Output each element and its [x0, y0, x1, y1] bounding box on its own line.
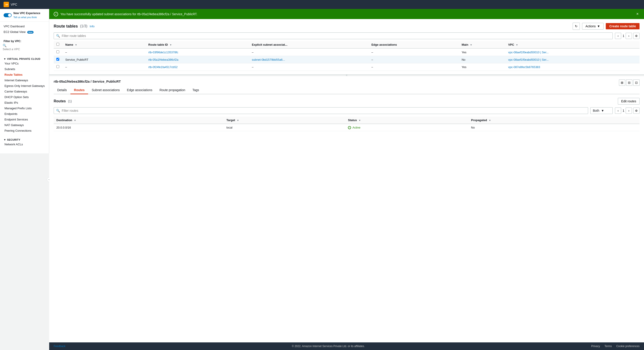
routes-filter-input[interactable]: [62, 109, 586, 112]
row3-vpc-link[interactable]: vpc-087e8fec5b8765383: [508, 65, 540, 69]
create-route-table-button[interactable]: Create route table: [606, 23, 640, 29]
routes-filter-row: 🔍 Both ▼ ‹ 1 › ⚙: [54, 107, 640, 114]
row2-checkbox-cell: [54, 56, 62, 63]
routes-settings-button[interactable]: ⚙: [633, 107, 640, 114]
tab-edge-associations[interactable]: Edge associations: [124, 86, 156, 94]
footer-cookies-link[interactable]: Cookie preferences: [616, 345, 640, 348]
footer-privacy-link[interactable]: Privacy: [591, 345, 600, 348]
sidebar-top-nav: VPC Dashboard EC2 Global View New: [0, 22, 49, 37]
sidebar-item-dhcp-options[interactable]: DHCP Option Sets: [0, 94, 49, 100]
routes-section: Routes (1) Edit routes 🔍 Both: [54, 98, 640, 131]
top-bar: VPC VPC: [0, 0, 644, 9]
sidebar-item-ec2-global-view[interactable]: EC2 Global View New: [0, 29, 49, 35]
th-destination: Destination ▼: [54, 117, 224, 124]
row2-vpc-link[interactable]: vpc-08aef1f0eabd50010 | Ser...: [508, 58, 548, 61]
sidebar-item-elastic-ips[interactable]: Elastic IPs: [0, 100, 49, 105]
vpc-section: ▼ VIRTUAL PRIVATE CLOUD Your VPCs Subnet…: [0, 54, 49, 135]
sidebar-item-nat-gateways[interactable]: NAT Gateways: [0, 122, 49, 128]
table-row[interactable]: – rtb-03f96de1c135378fc – – Yes vpc-08ae…: [54, 48, 640, 56]
row1-checkbox-cell: [54, 48, 62, 56]
full-view-button[interactable]: ⊡: [633, 80, 640, 86]
route-tables-table: Name ▼ Route table ID ▼ Explicit subnet …: [54, 41, 640, 71]
table-settings-button[interactable]: ⚙: [633, 33, 640, 39]
security-section: ▼ SECURITY Network ACLs: [0, 135, 49, 149]
row1-checkbox[interactable]: [56, 50, 59, 53]
route1-destination: 20.0.0.0/16: [54, 124, 224, 131]
panel-header: Route tables (1/3) Info ↻ Actions ▼ Crea…: [54, 23, 640, 30]
th-vpc: VPC ▼: [505, 41, 640, 48]
tab-route-propagation[interactable]: Route propagation: [156, 86, 189, 94]
routes-header: Routes (1) Edit routes: [54, 98, 640, 105]
tab-subnet-associations[interactable]: Subnet associations: [88, 86, 123, 94]
sidebar-item-internet-gateways[interactable]: Internet Gateways: [0, 77, 49, 83]
footer-terms-link[interactable]: Terms: [604, 345, 612, 348]
row1-explicit-subnet: –: [249, 48, 369, 56]
tab-tags[interactable]: Tags: [189, 86, 202, 94]
status-active: ✓ Active: [348, 126, 466, 129]
sidebar-item-endpoint-services[interactable]: Endpoint Services: [0, 117, 49, 122]
sidebar-item-managed-prefix[interactable]: Managed Prefix Lists: [0, 105, 49, 111]
new-vpc-toggle[interactable]: [4, 13, 12, 17]
sidebar-item-egress-gateways[interactable]: Egress Only Internet Gateways: [0, 83, 49, 89]
refresh-icon: ↻: [575, 24, 578, 28]
footer-links: Privacy Terms Cookie preferences: [591, 345, 640, 348]
routes-title: Routes: [54, 99, 66, 103]
routes-title-wrap: Routes (1): [54, 99, 72, 103]
row1-id-link[interactable]: rtb-03f96de1c135378fc: [148, 51, 178, 54]
sidebar-item-endpoints[interactable]: Endpoints: [0, 111, 49, 117]
sort-propagated-icon: ▼: [489, 119, 491, 122]
footer: Feedback © 2022, Amazon Internet Service…: [49, 342, 644, 350]
next-page-button[interactable]: ›: [626, 33, 632, 39]
tab-routes[interactable]: Routes: [70, 86, 88, 94]
table-row[interactable]: Service_PublicRT rtb-05a1f4ebea386cf2a s…: [54, 56, 640, 63]
bottom-panel-button[interactable]: ⊟: [626, 80, 632, 86]
row2-checkbox[interactable]: [56, 58, 59, 61]
service-logo: VPC VPC: [4, 2, 17, 7]
sidebar-item-subnets[interactable]: Subnets: [0, 66, 49, 72]
sidebar-item-network-acls[interactable]: Network ACLs: [0, 141, 49, 147]
row3-id: rtb-0f24fe1fa4517cb52: [146, 63, 249, 71]
aws-icon: VPC: [4, 2, 9, 7]
actions-chevron-icon: ▼: [597, 24, 600, 28]
row2-id-link[interactable]: rtb-05a1f4ebea386cf2a: [148, 58, 178, 61]
row3-checkbox[interactable]: [56, 65, 59, 68]
row2-subnet-link[interactable]: subnet-0bd1579bb55a6...: [252, 58, 285, 61]
split-view-button[interactable]: ⊞: [619, 80, 625, 86]
search-icon: 🔍: [56, 34, 60, 38]
sidebar-item-peering-connections[interactable]: Peering Connections: [0, 128, 49, 133]
sidebar-item-vpc-dashboard[interactable]: VPC Dashboard: [0, 24, 49, 29]
filter-vpc-input[interactable]: [3, 48, 46, 51]
tab-details[interactable]: Details: [54, 86, 70, 94]
routes-next-page-button[interactable]: ›: [626, 107, 632, 114]
select-all-checkbox[interactable]: [56, 43, 59, 46]
prev-page-button[interactable]: ‹: [615, 33, 621, 39]
svg-text:VPC: VPC: [5, 4, 8, 6]
table-row[interactable]: – rtb-0f24fe1fa4517cb52 – – Yes vpc-087e…: [54, 63, 640, 71]
row1-name: –: [62, 48, 146, 56]
th-main: Main ▼: [459, 41, 506, 48]
row1-vpc-link[interactable]: vpc-08aef1f0eabd50010 | Ser...: [508, 51, 548, 54]
sidebar-item-your-vpcs[interactable]: Your VPCs: [0, 61, 49, 66]
sort-target-icon: ▼: [237, 119, 239, 122]
feedback-label[interactable]: Feedback: [54, 345, 66, 348]
routes-dropdown[interactable]: Both ▼: [590, 107, 613, 114]
info-link[interactable]: Info: [90, 25, 94, 28]
row3-vpc: vpc-087e8fec5b8765383: [505, 63, 640, 71]
row3-id-link[interactable]: rtb-0f24fe1fa4517cb52: [148, 65, 178, 69]
sidebar-item-carrier-gateways[interactable]: Carrier Gateways: [0, 89, 49, 94]
actions-button[interactable]: Actions ▼: [582, 23, 604, 30]
sidebar-header: New VPC Experience Tell us what you thin…: [0, 9, 49, 22]
toggle-link[interactable]: Tell us what you think: [14, 16, 37, 19]
sidebar: New VPC Experience Tell us what you thin…: [0, 9, 49, 153]
search-input[interactable]: [62, 34, 610, 38]
row1-id: rtb-03f96de1c135378fc: [146, 48, 249, 56]
sidebar-item-route-tables[interactable]: Route Tables: [0, 72, 49, 77]
routes-prev-page-button[interactable]: ‹: [615, 107, 621, 114]
close-banner-button[interactable]: ×: [635, 12, 640, 16]
dropdown-chevron-icon: ▼: [601, 109, 604, 112]
refresh-button[interactable]: ↻: [573, 23, 580, 30]
pagination-controls: ‹ 1 › ⚙: [615, 33, 640, 39]
edit-routes-button[interactable]: Edit routes: [618, 98, 640, 105]
detail-panel-title: rtb-05a1f4ebea386cf2a / Service_PublicRT: [54, 80, 640, 83]
route1-propagated: No: [468, 124, 640, 131]
